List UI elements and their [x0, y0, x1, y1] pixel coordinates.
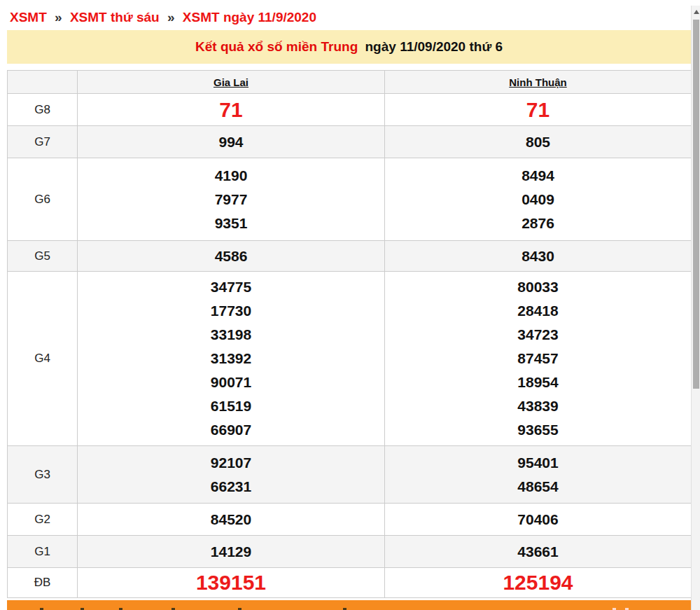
result-cell-g8-gia-lai: 71	[78, 94, 385, 126]
result-number: 125194	[385, 570, 691, 595]
result-cell-g3-ninh-thuan: 9540148654	[385, 446, 692, 504]
result-cell-g5-ninh-thuan: 8430	[385, 241, 692, 272]
prize-label-g8: G8	[8, 94, 78, 126]
prize-row-g7: G7994805	[8, 126, 692, 158]
page: XSMT » XSMT thứ sáu » XSMT ngày 11/9/202…	[0, 0, 700, 610]
result-cell-g3-gia-lai: 9210766231	[78, 446, 385, 504]
prize-row-g4: G434775177303319831392900716151966907800…	[8, 272, 692, 446]
result-cell-g1-ninh-thuan: 43661	[385, 536, 692, 568]
prize-label-g3: G3	[8, 446, 78, 504]
result-number: 80033	[385, 275, 691, 299]
result-number: 48654	[385, 475, 691, 499]
result-cell-g1-gia-lai: 14129	[78, 536, 385, 568]
scrollbar-up-arrow-icon[interactable]	[694, 10, 699, 14]
column-header-gia-lai[interactable]: Gia Lai	[78, 71, 385, 94]
result-number: 34775	[78, 275, 384, 299]
result-number: 34723	[385, 323, 691, 347]
prize-label-g2: G2	[8, 504, 78, 536]
result-number: 95401	[385, 451, 691, 475]
result-number: 71	[78, 97, 384, 123]
prize-label-g1: G1	[8, 536, 78, 568]
results-table-body: G87171G7994805G6419079779351849404092876…	[8, 94, 692, 598]
result-number: 92107	[78, 451, 384, 475]
prize-label-g6: G6	[8, 158, 78, 241]
column-header-ninh-thuan[interactable]: Ninh Thuận	[385, 71, 692, 94]
result-number: 66907	[78, 418, 384, 442]
result-cell-g6-ninh-thuan: 849404092876	[385, 158, 692, 241]
prize-column-header	[8, 71, 78, 94]
result-number: 139151	[78, 570, 384, 595]
prize-label-g4: G4	[8, 272, 78, 446]
result-number: 994	[78, 130, 384, 154]
result-number: 31392	[78, 347, 384, 370]
result-number: 84520	[78, 508, 384, 532]
result-cell-g5-gia-lai: 4586	[78, 241, 385, 272]
result-number: 2876	[385, 212, 691, 235]
prize-row-db: ĐB139151125194	[8, 568, 692, 598]
result-cell-g2-gia-lai: 84520	[78, 504, 385, 536]
prize-label-g5: G5	[8, 241, 78, 272]
result-cell-g7-ninh-thuan: 805	[385, 126, 692, 158]
prize-row-g6: G6419079779351849404092876	[8, 158, 692, 241]
result-number: 17730	[78, 299, 384, 323]
prize-row-g1: G11412943661	[8, 536, 692, 568]
prize-row-g3: G392107662319540148654	[8, 446, 692, 504]
result-number: 14129	[78, 540, 384, 564]
result-number: 18954	[385, 370, 691, 394]
result-cell-g6-gia-lai: 419079779351	[78, 158, 385, 241]
result-cell-g4-ninh-thuan: 80033284183472387457189544383993655	[385, 272, 692, 446]
result-number: 71	[385, 97, 691, 123]
result-number: 7977	[78, 188, 384, 212]
result-number: 61519	[78, 394, 384, 418]
banner-title-date: ngày 11/09/2020 thứ 6	[365, 39, 503, 54]
banner-title-red: Kết quả xổ số miền Trung	[195, 39, 358, 54]
result-number: 8494	[385, 164, 691, 188]
result-cell-db-gia-lai: 139151	[78, 568, 385, 598]
results-table: Gia Lai Ninh Thuận G87171G7994805G641907…	[7, 70, 692, 598]
prize-row-g5: G545868430	[8, 241, 692, 272]
vertical-scrollbar[interactable]	[691, 6, 700, 610]
results-header-row: Gia Lai Ninh Thuận	[8, 71, 692, 94]
result-number: 90071	[78, 370, 384, 394]
result-number: 43839	[385, 394, 691, 418]
result-number: 70406	[385, 508, 691, 532]
result-number: 28418	[385, 299, 691, 323]
result-number: 33198	[78, 323, 384, 347]
result-number: 43661	[385, 540, 691, 564]
result-number: 8430	[385, 244, 691, 268]
result-number: 4586	[78, 244, 384, 268]
results-banner: Kết quả xổ số miền Trung ngày 11/09/2020…	[7, 30, 691, 64]
scrollbar-thumb[interactable]	[693, 20, 699, 389]
result-number: 4190	[78, 164, 384, 188]
breadcrumb-link-xsmt-ngay[interactable]: XSMT ngày 11/9/2020	[183, 10, 316, 25]
result-cell-g8-ninh-thuan: 71	[385, 94, 692, 126]
result-number: 9351	[78, 212, 384, 235]
breadcrumb: XSMT » XSMT thứ sáu » XSMT ngày 11/9/202…	[10, 10, 316, 28]
prize-label-g7: G7	[8, 126, 78, 158]
prize-label-db: ĐB	[8, 568, 78, 598]
breadcrumb-separator: »	[55, 10, 62, 25]
result-cell-g7-gia-lai: 994	[78, 126, 385, 158]
result-cell-db-ninh-thuan: 125194	[385, 568, 692, 598]
result-number: 805	[385, 130, 691, 154]
breadcrumb-link-xsmt[interactable]: XSMT	[10, 10, 47, 25]
breadcrumb-link-xsmt-thu-sau[interactable]: XSMT thứ sáu	[70, 10, 160, 25]
result-cell-g2-ninh-thuan: 70406	[385, 504, 692, 536]
prize-row-g8: G87171	[8, 94, 692, 126]
result-number: 0409	[385, 188, 691, 212]
prize-row-g2: G28452070406	[8, 504, 692, 536]
result-number: 93655	[385, 418, 691, 442]
next-section-header-bar-cutoff	[7, 600, 691, 610]
breadcrumb-separator: »	[167, 10, 175, 25]
result-number: 87457	[385, 347, 691, 370]
result-cell-g4-gia-lai: 34775177303319831392900716151966907	[78, 272, 385, 446]
result-number: 66231	[78, 475, 384, 499]
